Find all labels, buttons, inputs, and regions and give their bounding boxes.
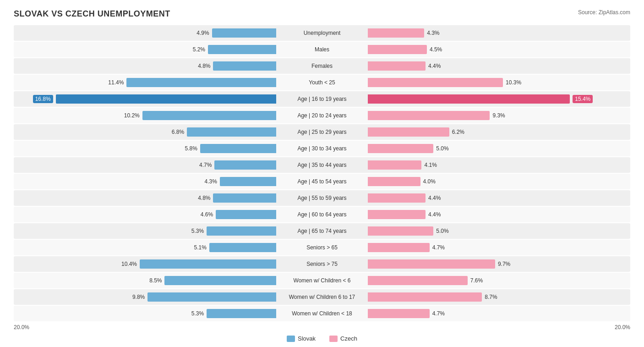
left-section: 6.8% (14, 126, 276, 138)
czech-label: Czech (340, 335, 357, 342)
right-value: 4.3% (427, 30, 443, 36)
right-section: 4.4% (368, 208, 630, 221)
right-section: 4.1% (368, 159, 630, 171)
right-bar (368, 127, 449, 137)
left-value: 4.8% (194, 195, 210, 201)
right-value: 7.6% (470, 277, 487, 284)
legend-czech: Czech (329, 335, 357, 342)
right-bar (368, 292, 482, 302)
right-bar (368, 309, 430, 318)
right-section: 4.5% (368, 43, 630, 56)
bar-row: 5.8% Age | 30 to 34 years 5.0% (14, 141, 630, 156)
left-value: 4.3% (201, 178, 217, 185)
left-bar (212, 28, 276, 38)
left-section: 5.8% (14, 142, 276, 155)
right-section: 8.7% (368, 291, 630, 303)
bar-label: Age | 20 to 24 years (276, 112, 368, 119)
bar-label: Seniors > 75 (276, 261, 368, 267)
left-bar (142, 111, 276, 120)
left-bar (213, 61, 276, 71)
axis-right-label: 20.0% (615, 324, 630, 330)
bar-row: 5.3% Women w/ Children < 18 4.7% (14, 306, 630, 321)
left-value: 5.2% (189, 46, 205, 53)
left-section: 5.2% (14, 43, 276, 56)
left-section: 5.3% (14, 225, 276, 237)
right-value: 4.1% (424, 162, 441, 168)
legend: Slovak Czech (14, 335, 630, 342)
bar-label: Women w/ Children 6 to 17 (276, 294, 368, 300)
left-bar (208, 45, 276, 54)
bar-row: 5.3% Age | 65 to 74 years 5.0% (14, 223, 630, 239)
bar-label: Women w/ Children < 6 (276, 277, 368, 284)
left-bar (216, 210, 276, 219)
right-value: 4.7% (432, 244, 449, 251)
left-bar (164, 276, 276, 285)
left-value: 4.6% (196, 211, 213, 218)
right-section: 4.7% (368, 307, 630, 320)
right-bar (368, 160, 421, 170)
right-bar (368, 144, 433, 153)
right-value: 5.0% (436, 228, 453, 234)
bar-label: Age | 16 to 19 years (276, 96, 368, 102)
bar-row: 4.9% Unemployment 4.3% (14, 25, 630, 41)
bar-row: 10.2% Age | 20 to 24 years 9.3% (14, 108, 630, 123)
left-bar (213, 193, 276, 203)
chart-header: Slovak vs Czech Unemployment Source: Zip… (14, 9, 630, 19)
bottom-axis: 20.0% 20.0% (14, 324, 630, 330)
bar-label: Females (276, 63, 368, 69)
chart-source: Source: ZipAtlas.com (578, 9, 630, 16)
bar-label: Age | 30 to 34 years (276, 145, 368, 152)
left-section: 4.7% (14, 159, 276, 171)
right-bar (368, 226, 433, 236)
right-section: 7.6% (368, 274, 630, 287)
right-bar (368, 177, 420, 186)
left-bar (209, 243, 276, 252)
left-section: 16.8% (14, 93, 276, 105)
right-section: 4.3% (368, 27, 630, 39)
left-bar (147, 292, 276, 302)
left-value: 16.8% (33, 95, 53, 103)
left-section: 5.1% (14, 241, 276, 254)
bar-row: 16.8% Age | 16 to 19 years 15.4% (14, 91, 630, 107)
bar-row: 4.8% Females 4.4% (14, 58, 630, 74)
right-value: 5.0% (436, 145, 453, 152)
bar-row: 10.4% Seniors > 75 9.7% (14, 256, 630, 272)
chart-container: Slovak vs Czech Unemployment Source: Zip… (0, 0, 644, 347)
right-value: 15.4% (573, 95, 593, 103)
left-bar (126, 78, 276, 87)
rows-container: 4.9% Unemployment 4.3% 5.2% Males 4.5% 4… (14, 25, 630, 322)
left-bar (200, 144, 276, 153)
left-value: 4.8% (194, 63, 210, 69)
left-value: 10.4% (120, 261, 137, 267)
right-section: 4.4% (368, 60, 630, 72)
left-section: 4.8% (14, 192, 276, 204)
right-section: 10.3% (368, 76, 630, 89)
left-bar (207, 226, 276, 236)
left-value: 9.8% (128, 294, 145, 300)
left-section: 4.9% (14, 27, 276, 39)
slovak-label: Slovak (298, 335, 316, 342)
right-section: 15.4% (368, 93, 630, 105)
chart-title: Slovak vs Czech Unemployment (14, 9, 170, 19)
right-bar (368, 259, 495, 269)
right-bar (368, 111, 490, 120)
bar-row: 4.8% Age | 55 to 59 years 4.4% (14, 190, 630, 206)
left-value: 6.8% (168, 129, 184, 135)
left-section: 11.4% (14, 76, 276, 89)
right-value: 9.3% (492, 112, 509, 119)
right-value: 4.4% (428, 195, 445, 201)
left-value: 8.5% (145, 277, 162, 284)
right-value: 4.7% (432, 310, 449, 317)
bar-label: Unemployment (276, 30, 368, 36)
left-value: 11.4% (107, 79, 124, 86)
right-value: 4.4% (428, 63, 445, 69)
right-bar (368, 193, 426, 203)
slovak-color-box (287, 336, 295, 342)
bar-label: Males (276, 46, 368, 53)
left-section: 4.6% (14, 208, 276, 221)
right-bar (368, 61, 426, 71)
left-section: 4.8% (14, 60, 276, 72)
right-section: 9.7% (368, 258, 630, 270)
legend-slovak: Slovak (287, 335, 316, 342)
left-bar (187, 127, 276, 137)
